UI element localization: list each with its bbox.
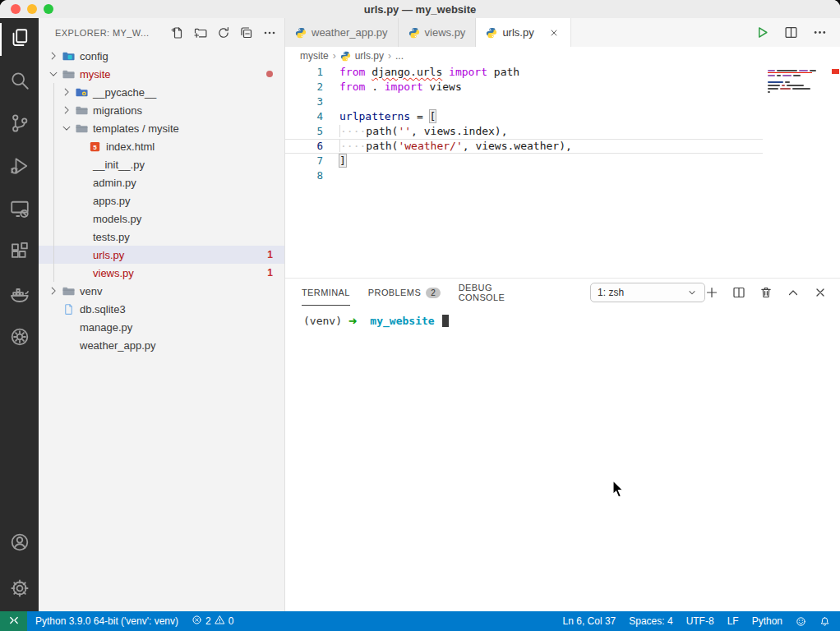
vscode-window: urls.py — my_website EXPLORER: MY_W... c… <box>0 0 840 631</box>
tree-item-label: venv <box>80 285 102 297</box>
code-line-5[interactable]: 5····path('', views.index), <box>285 124 763 139</box>
eol-status[interactable]: LF <box>727 615 739 627</box>
tab-debug-console[interactable]: DEBUG CONSOLE <box>459 275 538 310</box>
activity-remote-explorer[interactable] <box>0 189 39 232</box>
tab-urls-py[interactable]: urls.py <box>476 18 570 47</box>
minimize-window-button[interactable] <box>27 4 37 14</box>
tree-item-admin-py[interactable]: admin.py <box>39 173 284 191</box>
chevron-right-icon <box>47 49 60 62</box>
tree-item-apps-py[interactable]: apps.py <box>39 191 284 210</box>
run-python-file-button[interactable] <box>755 25 769 39</box>
new-file-button[interactable] <box>171 26 184 39</box>
activity-search[interactable] <box>0 61 39 104</box>
terminal-content[interactable]: (venv) ➜ my_website <box>285 306 840 327</box>
run-debug-icon <box>10 156 30 179</box>
svg-text:5: 5 <box>93 143 97 150</box>
folder-config-icon <box>62 49 75 62</box>
tree-item-venv[interactable]: venv <box>39 282 284 300</box>
terminal-shell-select[interactable]: 1: zsh <box>590 283 705 302</box>
close-window-button[interactable] <box>11 4 21 14</box>
python-icon <box>75 176 88 189</box>
new-folder-button[interactable] <box>194 26 207 39</box>
tree-item-manage-py[interactable]: manage.py <box>39 318 284 336</box>
tab-terminal[interactable]: TERMINAL <box>302 280 350 306</box>
line-number: 7 <box>285 154 323 168</box>
tab-weather-app-py[interactable]: weather_app.py <box>285 18 399 47</box>
gear-circle-icon <box>10 327 30 350</box>
tree-item-urls-py[interactable]: urls.py1 <box>39 246 284 264</box>
activity-explorer[interactable] <box>0 18 39 61</box>
code-line-3[interactable]: 3 <box>285 94 763 109</box>
tree-item-index-html[interactable]: 5index.html <box>39 137 284 155</box>
code-line-6[interactable]: 6····path('weather/', views.weather), <box>285 139 763 154</box>
python-interpreter-status[interactable]: Python 3.9.0 64-bit ('venv': venv) <box>35 615 178 627</box>
tab-label: weather_app.py <box>312 26 388 39</box>
activity-manage[interactable] <box>0 569 39 611</box>
tab-label: urls.py <box>502 26 533 39</box>
tree-item-views-py[interactable]: views.py1 <box>39 264 284 282</box>
more-actions-button[interactable] <box>263 26 276 39</box>
chevron-down-icon <box>47 67 60 81</box>
activity-containers[interactable] <box>0 317 39 360</box>
problems-status[interactable]: 2 0 <box>192 615 233 628</box>
activity-source-control[interactable] <box>0 104 39 146</box>
code-line-8[interactable]: 8 <box>285 168 763 183</box>
tab-views-py[interactable]: views.py <box>399 18 477 47</box>
tree-item-label: __pycache__ <box>93 86 156 99</box>
breadcrumb-mysite[interactable]: mysite <box>300 50 329 62</box>
maximize-panel-button[interactable] <box>787 286 800 299</box>
remote-explorer-icon <box>10 199 30 222</box>
new-terminal-button[interactable] <box>705 286 718 299</box>
chevron-right-icon <box>60 85 73 99</box>
cursor-position-status[interactable]: Ln 6, Col 37 <box>563 615 616 627</box>
activity-run-and-debug[interactable] <box>0 146 39 189</box>
code-line-1[interactable]: 1from django.urls import path <box>285 65 763 80</box>
activity-accounts[interactable] <box>0 523 39 565</box>
remote-indicator[interactable] <box>0 611 27 631</box>
line-number: 2 <box>285 80 323 94</box>
split-editor-button[interactable] <box>784 25 798 39</box>
python-file-icon <box>486 27 497 39</box>
tree-item-models-py[interactable]: models.py <box>39 210 284 228</box>
notifications-bell-icon[interactable] <box>819 616 830 627</box>
minimap[interactable] <box>768 70 827 94</box>
language-mode-status[interactable]: Python <box>752 615 782 627</box>
tree-item-mysite[interactable]: mysite <box>39 65 284 83</box>
tree-item-init-py[interactable]: __init__.py <box>39 155 284 173</box>
breadcrumb-symbol[interactable]: ... <box>395 50 404 62</box>
tab-label: views.py <box>425 26 466 39</box>
tree-item-weather-app-py[interactable]: weather_app.py <box>39 336 284 354</box>
encoding-status[interactable]: UTF-8 <box>686 615 714 627</box>
tab-problems[interactable]: PROBLEMS 2 <box>368 280 441 306</box>
code-line-7[interactable]: 7] <box>285 154 763 168</box>
tree-item-migrations[interactable]: migrations <box>39 101 284 119</box>
tree-item-db-sqlite3[interactable]: db.sqlite3 <box>39 300 284 318</box>
close-tab-icon[interactable] <box>547 26 561 39</box>
indentation-status[interactable]: Spaces: 4 <box>629 615 672 627</box>
breadcrumb-urls-py[interactable]: urls.py <box>355 50 384 62</box>
docker-icon <box>10 284 30 307</box>
tree-item-label: mysite <box>80 68 111 81</box>
activity-extensions[interactable] <box>0 232 39 274</box>
code-line-2[interactable]: 2from . import views <box>285 80 763 94</box>
close-panel-button[interactable] <box>814 286 827 299</box>
python-icon <box>75 248 88 261</box>
html-icon: 5 <box>88 140 101 153</box>
kill-terminal-button[interactable] <box>759 286 773 299</box>
tree-item-config[interactable]: config <box>39 47 284 65</box>
python-icon <box>75 158 88 171</box>
panel-header: TERMINAL PROBLEMS 2 DEBUG CONSOLE 1: zsh <box>285 279 840 306</box>
tree-item-tests-py[interactable]: tests.py <box>39 228 284 246</box>
collapse-folders-button[interactable] <box>240 26 253 39</box>
refresh-explorer-button[interactable] <box>217 26 230 39</box>
feedback-smiley-icon[interactable] <box>796 616 806 627</box>
zoom-window-button[interactable] <box>44 4 53 14</box>
tree-item-pycache[interactable]: __pycache__ <box>39 83 284 101</box>
code-editor[interactable]: 1from django.urls import path2from . imp… <box>285 65 840 278</box>
explorer-header: EXPLORER: MY_W... <box>39 18 284 47</box>
split-terminal-button[interactable] <box>732 286 745 299</box>
more-editor-actions-button[interactable] <box>813 25 827 39</box>
tree-item-templates-mysite[interactable]: templates / mysite <box>39 119 284 137</box>
activity-docker[interactable] <box>0 274 39 317</box>
code-line-4[interactable]: 4urlpatterns = [ <box>285 109 763 124</box>
